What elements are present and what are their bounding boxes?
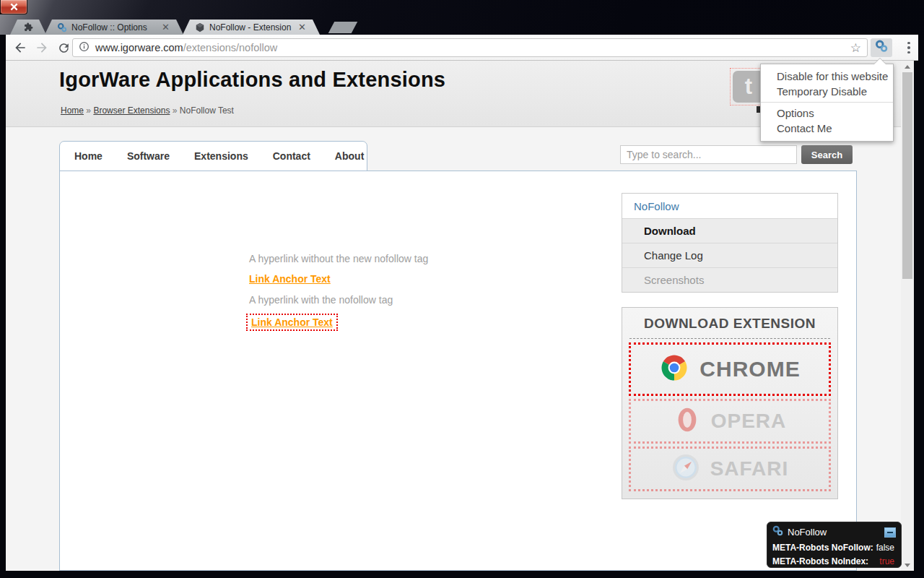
close-button[interactable] [0, 0, 27, 14]
menu-dots-icon [907, 42, 910, 45]
window-titlebar: NoFollow :: Options ✕ NoFollow - Extensi… [0, 0, 924, 35]
nav-extensions[interactable]: Extensions [194, 150, 248, 162]
download-panel-title: DOWNLOAD EXTENSION [622, 316, 837, 332]
browser-toolbar: www.igorware.com/extensions/nofollow ☆ [6, 35, 918, 61]
popup-row-nofollow: META-Robots NoFollow: false [767, 540, 901, 554]
menu-notch [874, 59, 886, 64]
tab-title: NoFollow :: Options [71, 22, 155, 33]
nofollow-status-popup: NoFollow META-Robots NoFollow: false MET… [767, 522, 902, 568]
nofollow-value: false [876, 541, 894, 554]
demo-link-nofollow[interactable]: Link Anchor Text [246, 314, 338, 331]
nav-about[interactable]: About [335, 150, 364, 162]
popup-header: NoFollow [767, 522, 901, 540]
nav-software[interactable]: Software [127, 150, 170, 162]
tab-nofollow-page[interactable]: NoFollow - Extension for ✕ [183, 20, 320, 35]
close-icon [10, 1, 18, 14]
menu-item-contact-me[interactable]: Contact Me [761, 121, 893, 136]
sidebar-item-screenshots[interactable]: Screenshots [622, 267, 837, 292]
tab-title: NoFollow - Extension for [209, 22, 292, 33]
tab-nofollow-options[interactable]: NoFollow :: Options ✕ [45, 20, 183, 35]
puzzle-icon [23, 22, 34, 33]
site-nav: Home Software Extensions Contact About [59, 141, 367, 171]
noindex-value: true [879, 555, 894, 568]
breadcrumb: Home » Browser Extensions » NoFollow Tes… [61, 105, 234, 116]
nofollow-chain-icon [875, 40, 888, 56]
url-text: www.igorware.com/extensions/nofollow [95, 42, 277, 53]
popup-title: NoFollow [788, 527, 827, 538]
breadcrumb-current: NoFollow Test [180, 105, 234, 116]
breadcrumb-section-link[interactable]: Browser Extensions [93, 105, 170, 116]
sidebar-item-nofollow[interactable]: NoFollow [622, 194, 837, 218]
cube-icon [194, 22, 205, 33]
scrollbar-thumb[interactable] [902, 72, 912, 279]
search-button[interactable]: Search [801, 145, 853, 164]
demo-link-plain[interactable]: Link Anchor Text [249, 273, 331, 285]
address-bar[interactable]: www.igorware.com/extensions/nofollow ☆ [72, 38, 868, 57]
forward-icon [35, 40, 49, 55]
reload-button[interactable] [55, 39, 72, 56]
nofollow-chain-icon [56, 22, 67, 33]
back-button[interactable] [12, 39, 29, 56]
nofollow-chain-icon [772, 525, 783, 539]
reload-icon [57, 41, 71, 55]
tab-close-icon[interactable]: ✕ [160, 22, 172, 33]
download-chrome-button[interactable]: CHROME [629, 342, 831, 396]
forward-button[interactable] [33, 39, 51, 56]
nav-contact[interactable]: Contact [273, 150, 310, 162]
download-extension-panel: DOWNLOAD EXTENSION CHROME [622, 307, 838, 499]
new-tab-button[interactable] [328, 22, 358, 33]
sidebar-item-download[interactable]: Download [622, 218, 837, 243]
minimize-icon [887, 532, 893, 533]
tab-strip: NoFollow :: Options ✕ NoFollow - Extensi… [0, 20, 924, 35]
scrollbar[interactable] [901, 61, 914, 571]
arrow-up-icon [905, 65, 910, 69]
menu-item-options[interactable]: Options [761, 105, 893, 121]
extension-dropdown-menu: Disable for this website Temporary Disab… [760, 64, 894, 142]
download-safari-button[interactable]: SAFARI [629, 447, 831, 491]
scroll-up-button[interactable] [901, 61, 914, 72]
demo-caption-2: A hyperlink with the nofollow tag [249, 294, 393, 306]
back-icon [13, 40, 27, 55]
download-opera-button[interactable]: OPERA [629, 399, 831, 444]
info-icon [79, 41, 90, 55]
menu-item-temporary-disable[interactable]: Temporary Disable [761, 84, 893, 99]
opera-logo-icon [674, 405, 701, 437]
safari-logo-icon [671, 453, 700, 485]
nofollow-extension-button[interactable] [871, 38, 892, 57]
search-input[interactable] [620, 145, 797, 164]
scroll-down-button[interactable] [901, 559, 914, 571]
popup-row-noindex: META-Robots NoIndex: true [767, 554, 901, 568]
tab-pinned-extensions[interactable] [10, 20, 46, 35]
menu-separator [761, 102, 893, 103]
bookmark-star-icon[interactable]: ☆ [850, 40, 861, 56]
arrow-down-icon [905, 564, 910, 567]
content-panel: A hyperlink without the new nofollow tag… [59, 171, 857, 571]
breadcrumb-home-link[interactable]: Home [61, 105, 84, 116]
sidebar-item-changelog[interactable]: Change Log [622, 243, 837, 267]
nav-home[interactable]: Home [74, 150, 103, 162]
demo-caption-1: A hyperlink without the new nofollow tag [249, 253, 428, 264]
chrome-menu-button[interactable] [901, 38, 917, 57]
chrome-logo-icon [659, 353, 689, 386]
menu-item-disable-website[interactable]: Disable for this website [761, 69, 893, 84]
page-title: IgorWare Applications and Extensions [59, 68, 445, 92]
sidebar-menu: NoFollow Download Change Log Screenshots [622, 193, 838, 293]
popup-minimize-button[interactable] [884, 527, 896, 538]
tab-close-icon[interactable]: ✕ [296, 22, 308, 33]
dashed-divider [629, 338, 830, 339]
browser-window: NoFollow :: Options ✕ NoFollow - Extensi… [0, 0, 924, 578]
